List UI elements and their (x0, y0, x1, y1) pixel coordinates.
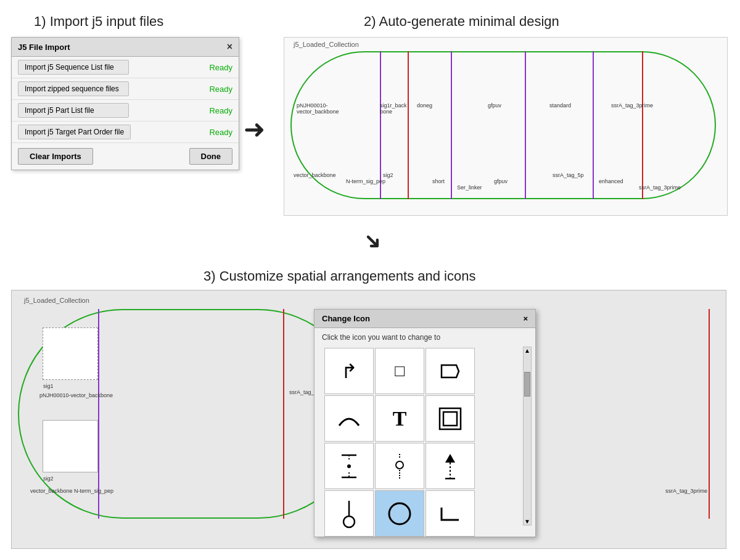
import-row-0: Import j5 Sequence List file Ready (12, 57, 239, 78)
ssra2-label-right: ssrA_tag_3prime (665, 488, 707, 494)
sig1-label: sig1 (43, 383, 54, 389)
arc-icon-cell[interactable] (324, 395, 374, 442)
part-line-purple-4 (593, 51, 594, 199)
icon-grid: ↱ □ T (317, 345, 535, 539)
part-label-bottom-enhanced: enhanced (599, 178, 623, 184)
part-label-doneg: doneg (417, 102, 432, 109)
panel-header: J5 File Import × (12, 38, 239, 57)
svg-point-9 (396, 461, 403, 469)
status-ready-1: Ready (209, 84, 232, 94)
part-label-bottom-gfpuv2: gfpuv (494, 178, 508, 184)
import-seq-list-button[interactable]: Import j5 Sequence List file (18, 60, 129, 75)
step3-heading: 3) Customize spatial arrangements and ic… (204, 268, 475, 284)
arrow-down-icon: ➜ (358, 226, 389, 257)
svg-point-5 (347, 464, 351, 468)
cpart-block-sig2[interactable]: sig2 (43, 420, 98, 472)
dialog-title: Change Icon (322, 314, 370, 323)
part-label-bone: bone (380, 109, 392, 115)
svg-point-16 (389, 503, 410, 524)
status-ready-0: Ready (209, 63, 232, 72)
customize-area: j5_Loaded_Collection sig1 sig2 pNJH00010… (11, 290, 726, 549)
part-label-bottom-nterm: N-term_sig_pep (346, 178, 385, 184)
arrow-right-icon: ➜ (244, 114, 265, 144)
part-label-bottom-ser: Ser_linker (457, 184, 482, 191)
part-line-purple-1 (380, 51, 381, 199)
cpart-block-sig1[interactable]: sig1 (43, 327, 98, 380)
dialog-close-icon[interactable]: × (523, 314, 528, 323)
part-label-bottom-short: short (432, 178, 445, 184)
part-label-bottom-ssra3p: ssrA_tag_3prime (639, 184, 681, 191)
svg-point-15 (343, 516, 355, 527)
sig2-label: sig2 (43, 476, 54, 482)
part-label-backbone: pNJH00010- (297, 102, 328, 109)
dotted-circle-icon-cell[interactable] (375, 443, 424, 489)
x-dotted-icon-cell[interactable] (324, 443, 374, 489)
dialog-scrollbar[interactable]: ▲ ▼ (523, 347, 532, 525)
import-row-2: Import j5 Part List file Ready (12, 100, 239, 121)
collection-label: j5_Loaded_Collection (294, 41, 359, 48)
arrow-up-icon-cell[interactable] (426, 443, 475, 489)
dialog-header: Change Icon × (314, 310, 535, 328)
customize-collection-label: j5_Loaded_Collection (24, 297, 89, 304)
green-oval (290, 51, 716, 199)
elbow-icon-cell[interactable] (426, 490, 475, 537)
part-label-sig2: sig2 (383, 172, 393, 178)
import-part-list-button[interactable]: Import j5 Part List file (18, 103, 129, 118)
panel-title: J5 File Import (18, 43, 70, 52)
arrow-outline-icon-cell[interactable] (426, 348, 475, 394)
svg-rect-2 (443, 412, 457, 426)
part-line-purple-2 (451, 51, 452, 199)
design-panel: j5_Loaded_Collection pNJH00010- vector_b… (284, 37, 728, 216)
scroll-thumb[interactable] (524, 372, 530, 397)
t-icon-cell[interactable]: T (375, 395, 424, 442)
dialog-instruction: Click the icon you want to change to (314, 328, 535, 345)
close-icon[interactable]: × (227, 41, 232, 52)
import-panel: J5 File Import × Import j5 Sequence List… (11, 37, 239, 170)
part-label-standard: standard (549, 102, 571, 109)
cpart-line-red-1 (283, 309, 284, 519)
done-button[interactable]: Done (189, 148, 233, 165)
step2-heading: 2) Auto-generate minimal design (364, 14, 559, 30)
clear-imports-button[interactable]: Clear Imports (18, 148, 93, 165)
scroll-up-icon[interactable]: ▲ (524, 347, 531, 354)
arrow-turn-icon-cell[interactable]: ↱ (324, 348, 374, 394)
status-ready-3: Ready (209, 128, 232, 137)
stick-circle-icon-cell[interactable] (324, 490, 374, 537)
part-line-red-2 (642, 51, 643, 199)
scroll-down-icon[interactable]: ▼ (524, 518, 531, 525)
svg-marker-12 (445, 454, 455, 463)
double-square-icon-cell[interactable] (426, 395, 475, 442)
part-label-ssra: ssrA_tag_3prime (611, 102, 653, 109)
part-label-backbone2: vector_backbone (297, 109, 339, 115)
import-row-3: Import j5 Target Part Order file Ready (12, 121, 239, 143)
part-line-red-1 (408, 51, 409, 199)
svg-marker-0 (442, 365, 459, 377)
part-label-sig1r: sig1r_back (380, 102, 407, 109)
panel-footer: Clear Imports Done (12, 143, 239, 170)
step1-heading: 1) Import j5 input files (34, 14, 163, 30)
part-label-bottom-vector: vector_backbone (294, 172, 336, 178)
backbone-label: pNJH00010-vector_backbone (39, 392, 113, 398)
square-icon-cell[interactable]: □ (375, 348, 424, 394)
cpart-line-purple-1 (98, 309, 99, 519)
change-icon-dialog: Change Icon × Click the icon you want to… (314, 309, 536, 537)
circle-selected-icon-cell[interactable] (375, 490, 424, 537)
part-label-bottom-ssra5p: ssrA_tag_5p (553, 172, 584, 178)
import-target-order-button[interactable]: Import j5 Target Part Order file (18, 125, 131, 139)
vector-backbone-label: vector_backbone N-term_sig_pep (30, 488, 113, 494)
part-line-purple-3 (525, 51, 526, 199)
cpart-line-red-2 (709, 309, 710, 519)
import-row-1: Import zipped sequence files Ready (12, 78, 239, 100)
status-ready-2: Ready (209, 106, 232, 115)
part-label-gfpuv: gfpuv (488, 102, 501, 109)
import-zipped-button[interactable]: Import zipped sequence files (18, 81, 129, 96)
